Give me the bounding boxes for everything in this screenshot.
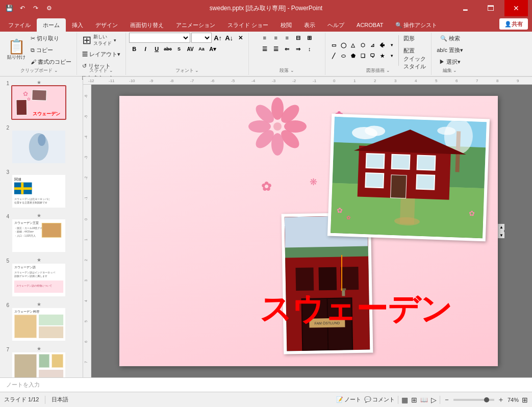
format-copy-button[interactable]: 🖌 書式のコピー: [29, 57, 73, 68]
slide-thumbnail-5[interactable]: スウェーデン語 スウェーデン語はインドヨーロッパ 語族ゲルマン語派に属します ス…: [11, 263, 66, 297]
tab-animations[interactable]: アニメーション: [170, 18, 221, 32]
slide-thumbnail-1[interactable]: スウェーデン ✿ ✿: [11, 85, 66, 120]
align-left-button[interactable]: ≡: [260, 33, 270, 43]
slides-panel[interactable]: 1 ★ スウェーデン: [0, 77, 83, 377]
slide-title-text[interactable]: スウェーデン: [260, 288, 452, 330]
fontcase-button[interactable]: Aa: [196, 44, 207, 54]
shape-item[interactable]: ⬭: [338, 51, 348, 61]
redo-icon[interactable]: ↷: [31, 3, 41, 13]
shape-item[interactable]: ▭: [328, 40, 339, 50]
share-button[interactable]: 👤共有: [499, 18, 528, 30]
underline-button[interactable]: U: [151, 44, 162, 54]
fontcolor-button[interactable]: A▾: [208, 44, 218, 54]
tab-home[interactable]: ホーム: [37, 18, 66, 32]
decrease-indent-button[interactable]: ⇐: [282, 44, 292, 54]
bold-button[interactable]: B: [129, 44, 139, 54]
minimize-button[interactable]: 🗕: [453, 0, 477, 16]
shape-item[interactable]: 🗨: [367, 51, 377, 61]
select-button[interactable]: ▶ 選択▾: [437, 56, 463, 67]
shadow-button[interactable]: S: [174, 44, 184, 54]
search-button[interactable]: 🔍 検索: [438, 33, 462, 44]
scroll-down-button[interactable]: ▼: [498, 232, 504, 238]
notes-view-button[interactable]: 📝ノート: [336, 396, 361, 403]
zoom-thumb[interactable]: [484, 397, 489, 402]
tab-slideshow[interactable]: スライド ショー: [221, 18, 274, 32]
increase-indent-button[interactable]: ⇒: [293, 44, 303, 54]
shape-item[interactable]: ❑: [358, 51, 368, 61]
quick-styles-button[interactable]: クイックスタイル: [401, 57, 428, 68]
undo-icon[interactable]: ↶: [17, 3, 28, 13]
scroll-up-button[interactable]: ▲: [498, 224, 504, 230]
shape-item[interactable]: ⬡: [358, 40, 368, 50]
shape-item[interactable]: ╱: [328, 51, 339, 61]
slide-thumb-5[interactable]: 5 ★ スウェーデン語 スウェーデン語はインドヨーロッパ 語族ゲルマン語派に属し…: [2, 256, 81, 298]
align-center-button[interactable]: ≡: [271, 33, 281, 43]
shape-item[interactable]: ▾: [387, 51, 397, 61]
slide-thumb-2[interactable]: 2: [2, 123, 81, 165]
shape-item[interactable]: ★: [377, 51, 387, 61]
fit-button[interactable]: ⊞: [522, 396, 528, 404]
tab-transitions[interactable]: 画面切り替え: [124, 18, 170, 32]
text-direction-button[interactable]: ⊞: [305, 33, 315, 43]
slide-thumb-7[interactable]: 7 ★: [2, 345, 81, 377]
close-button[interactable]: ✕: [504, 0, 528, 16]
shape-item[interactable]: △: [348, 40, 358, 50]
clear-format-button[interactable]: ✕: [235, 33, 245, 43]
font-spacing-button[interactable]: AV: [185, 44, 195, 54]
arrange-button[interactable]: 配置: [401, 45, 428, 56]
slideshow-button[interactable]: ▷: [431, 396, 437, 404]
shape-item[interactable]: ◯: [338, 40, 348, 50]
slide-sorter-button[interactable]: ⊞: [411, 396, 417, 404]
comments-button[interactable]: 💬コメント: [364, 396, 395, 403]
tab-view[interactable]: 表示: [298, 18, 321, 32]
strikethrough-button[interactable]: abc: [163, 44, 173, 54]
slide-thumb-1[interactable]: 1 ★ スウェーデン: [2, 79, 81, 121]
vertical-scrollbar[interactable]: ▲ ▼: [498, 224, 504, 238]
slide-thumbnail-6[interactable]: スウェーデン 料理: [11, 307, 66, 342]
tab-review[interactable]: 校閲: [274, 18, 298, 32]
save-icon[interactable]: 💾: [4, 3, 14, 13]
paste-button[interactable]: 📋 貼り付け: [5, 39, 28, 62]
tab-file[interactable]: ファイル: [2, 18, 37, 32]
slide-thumbnail-4[interactable]: スウェーデン王室 ・国王：カール16世グスタフ ・面積：44万km² ・人口：1…: [11, 218, 66, 253]
slide-thumbnail-7[interactable]: [11, 351, 66, 377]
zoom-minus-button[interactable]: －: [443, 395, 450, 404]
increase-font-button[interactable]: A↑: [213, 33, 223, 43]
tab-acrobat[interactable]: ACROBAT: [350, 18, 389, 32]
slide-canvas[interactable]: ✿ ✿ ❋: [91, 85, 532, 377]
slide[interactable]: ✿ ✿ ❋: [119, 96, 498, 366]
tab-insert[interactable]: 挿入: [66, 18, 89, 32]
tab-assist[interactable]: 🔍操作アシスト: [389, 18, 443, 32]
zoom-plus-button[interactable]: ＋: [497, 395, 504, 404]
new-slide-button[interactable]: ⊞ 新しいスライド ▾: [80, 33, 118, 48]
tab-design[interactable]: デザイン: [89, 18, 124, 32]
settings-icon[interactable]: ⚙: [44, 3, 54, 13]
slide-thumb-4[interactable]: 4 ★ スウェーデン王室 ・国王：カール16世グスタフ ・面積：44万km² ・…: [2, 212, 81, 254]
house-photo[interactable]: ✿ ✿ ✿: [327, 114, 490, 242]
tab-help[interactable]: ヘルプ: [321, 18, 350, 32]
normal-view-button[interactable]: ▦: [401, 396, 408, 404]
reading-view-button[interactable]: 📖: [420, 396, 428, 403]
align-right-button[interactable]: ≡: [282, 33, 292, 43]
decrease-font-button[interactable]: A↓: [224, 33, 234, 43]
maximize-button[interactable]: 🗖: [479, 0, 502, 16]
notes-area[interactable]: ノートを入力: [0, 377, 532, 392]
font-size-select[interactable]: [191, 33, 212, 43]
slide-thumbnail-3[interactable]: 関連 スウェーデンは北ヨーロッパに 位置する立憲君主制国家です: [11, 174, 66, 209]
italic-button[interactable]: I: [140, 44, 150, 54]
font-name-select[interactable]: [129, 33, 190, 43]
copy-button[interactable]: ⧉ コピー: [29, 45, 73, 56]
replace-button[interactable]: ab/c 置換▾: [435, 44, 465, 56]
shape-more-button[interactable]: ▾: [387, 40, 397, 50]
slide-thumbnail-2[interactable]: [11, 130, 66, 164]
numbering-button[interactable]: ☰: [271, 44, 281, 54]
layout-button[interactable]: ☰ レイアウト▾: [80, 48, 122, 60]
bullets-button[interactable]: ☰: [260, 44, 270, 54]
line-spacing-button[interactable]: ↕: [305, 44, 315, 54]
shape-item[interactable]: 🡸: [377, 40, 387, 50]
cut-button[interactable]: ✂ 切り取り: [29, 33, 73, 44]
shapes-button[interactable]: 図形: [401, 33, 428, 44]
shape-item[interactable]: ⬟: [348, 51, 358, 61]
slide-thumb-6[interactable]: 6 ★ スウェーデン 料理: [2, 300, 81, 343]
shape-item[interactable]: ⊿: [367, 40, 377, 50]
